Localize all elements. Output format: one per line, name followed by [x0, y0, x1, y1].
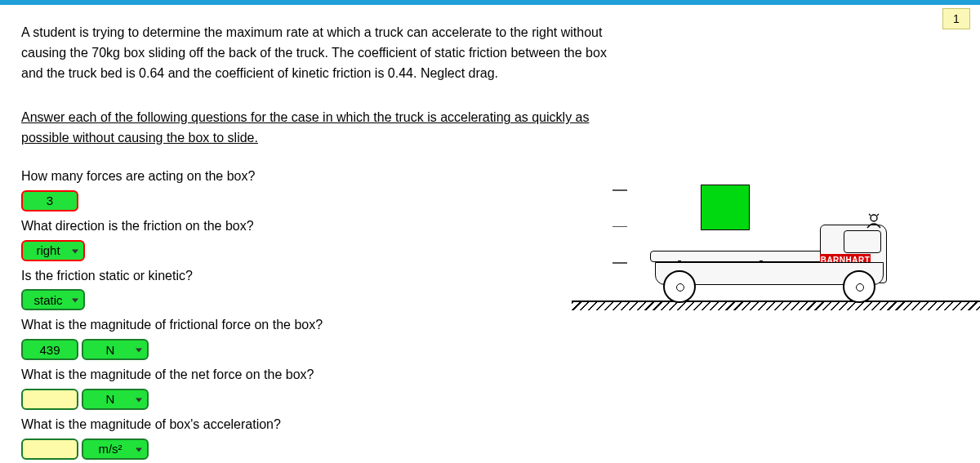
- questions-block: How many forces are acting on the box? 3…: [21, 167, 609, 460]
- q1-answer-input[interactable]: 3: [21, 190, 78, 211]
- q4-answer-input[interactable]: 439: [21, 339, 78, 360]
- question-content: A student is trying to determine the max…: [21, 23, 609, 460]
- q4-label: What is the magnitude of frictional forc…: [21, 315, 609, 336]
- q3-label: Is the friction static or kinetic?: [21, 266, 609, 287]
- q6-unit: m/s²: [98, 442, 131, 456]
- q5-label: What is the magnitude of the net force o…: [21, 365, 609, 385]
- truck-figure: BARNHART: [572, 180, 980, 318]
- q3-answer-select[interactable]: static: [21, 289, 85, 310]
- svg-point-0: [871, 215, 877, 221]
- q1-label: How many forces are acting on the box?: [21, 167, 609, 187]
- q6-label: What is the magnitude of box's accelerat…: [21, 415, 609, 435]
- q5-unit: N: [106, 392, 125, 406]
- instruction-text: Answer each of the following questions f…: [21, 108, 609, 149]
- q5-unit-select[interactable]: N: [82, 389, 149, 410]
- truck-body: BARNHART: [650, 225, 895, 306]
- tick-mark: [612, 226, 627, 228]
- q5-answer-input[interactable]: [21, 389, 78, 410]
- driver-icon: [862, 213, 885, 231]
- wheel-front: [843, 270, 875, 303]
- problem-statement: A student is trying to determine the max…: [21, 23, 609, 83]
- box-on-truck: [701, 185, 750, 230]
- tick-mark: [612, 262, 627, 264]
- q2-value: right: [36, 243, 69, 257]
- q2-answer-select[interactable]: right: [21, 240, 85, 261]
- top-progress-bar: [0, 0, 980, 5]
- axis-ticks: [612, 189, 627, 299]
- q4-value: 439: [39, 343, 60, 357]
- tick-mark: [612, 189, 627, 191]
- q4-unit: N: [106, 343, 125, 357]
- q4-unit-select[interactable]: N: [82, 339, 149, 360]
- page-badge: 1: [942, 8, 970, 29]
- cab-window: [844, 230, 881, 253]
- q6-unit-select[interactable]: m/s²: [82, 439, 149, 460]
- q2-label: What direction is the friction on the bo…: [21, 216, 609, 237]
- q3-value: static: [33, 293, 72, 307]
- q1-value: 3: [47, 194, 53, 207]
- q6-answer-input[interactable]: [21, 439, 78, 460]
- wheel-rear: [663, 270, 696, 303]
